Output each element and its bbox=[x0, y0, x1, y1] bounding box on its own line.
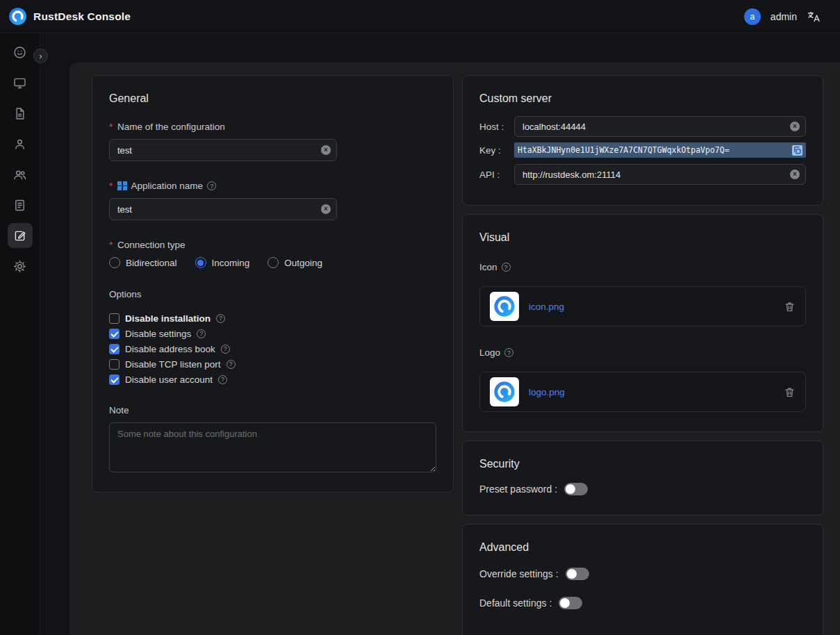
sidebar-item-devices[interactable] bbox=[8, 70, 33, 95]
help-icon[interactable]: ? bbox=[197, 329, 206, 338]
help-icon[interactable]: ? bbox=[218, 375, 227, 384]
sidebar-item-logs[interactable] bbox=[8, 192, 33, 217]
note-textarea[interactable] bbox=[109, 422, 436, 472]
sidebar bbox=[0, 33, 40, 635]
logbook-icon bbox=[13, 198, 27, 213]
sidebar-item-users[interactable] bbox=[8, 131, 33, 156]
logo-file-box: logo.png bbox=[479, 372, 806, 412]
sidebar-item-groups[interactable] bbox=[8, 162, 33, 187]
override-settings-toggle[interactable] bbox=[566, 568, 589, 580]
monitor-icon bbox=[13, 76, 27, 90]
users-group-icon bbox=[13, 167, 27, 182]
options-list: Disable installation ? Disable settings … bbox=[109, 311, 436, 387]
key-label: Key : bbox=[479, 145, 514, 156]
help-icon[interactable]: ? bbox=[221, 345, 230, 354]
user-name[interactable]: admin bbox=[771, 11, 797, 22]
checkbox[interactable] bbox=[109, 344, 120, 354]
user-icon bbox=[13, 137, 27, 151]
radio-dot bbox=[109, 257, 120, 268]
help-icon[interactable]: ? bbox=[504, 348, 513, 357]
general-title: General bbox=[109, 92, 436, 105]
security-card: Security Preset password : bbox=[462, 440, 823, 516]
app-header: RustDesk Console a admin bbox=[0, 0, 840, 33]
logo-thumbnail bbox=[490, 377, 519, 406]
visual-title: Visual bbox=[479, 231, 806, 244]
icon-file-link[interactable]: icon.png bbox=[529, 302, 774, 312]
trash-icon[interactable] bbox=[784, 386, 796, 398]
host-input[interactable] bbox=[514, 116, 806, 137]
option-disable-tcp-listen-port: Disable TCP listen port ? bbox=[109, 356, 436, 372]
radio-outgoing[interactable]: Outgoing bbox=[267, 257, 322, 268]
default-settings-row: Default settings : bbox=[479, 597, 806, 609]
logo-label: Logo ? bbox=[479, 347, 806, 358]
radio-dot bbox=[267, 257, 279, 268]
default-settings-toggle[interactable] bbox=[559, 597, 582, 609]
host-row: Host : × bbox=[479, 116, 806, 137]
api-input[interactable] bbox=[514, 164, 806, 185]
options-label: Options bbox=[109, 289, 436, 299]
sidebar-expand-button[interactable]: › bbox=[33, 49, 48, 63]
sidebar-item-settings[interactable] bbox=[8, 254, 33, 279]
copy-icon[interactable] bbox=[792, 145, 802, 156]
translate-icon[interactable] bbox=[807, 10, 821, 24]
clear-icon[interactable]: × bbox=[321, 145, 331, 155]
connection-type-label: * Connection type bbox=[109, 240, 436, 250]
help-icon[interactable]: ? bbox=[502, 263, 511, 272]
checkbox[interactable] bbox=[109, 313, 120, 324]
key-row: Key : HtaXBkJNHyn0e1U1jWXze7A7CN7QTGWqxk… bbox=[479, 142, 806, 158]
help-icon[interactable]: ? bbox=[227, 360, 236, 369]
status-smiley-icon bbox=[13, 45, 27, 60]
application-name-input[interactable] bbox=[109, 198, 337, 220]
sidebar-item-status[interactable] bbox=[8, 40, 33, 65]
api-label: API : bbox=[479, 170, 514, 180]
option-disable-settings: Disable settings ? bbox=[109, 326, 436, 341]
host-label: Host : bbox=[479, 122, 514, 132]
server-key-value[interactable]: HtaXBkJNHyn0e1U1jWXze7A7CN7QTGWqxkOtpaVp… bbox=[514, 142, 806, 158]
icon-label: Icon ? bbox=[479, 262, 806, 272]
rustdesk-logo-icon bbox=[8, 7, 27, 26]
document-icon bbox=[13, 106, 27, 121]
api-row: API : × bbox=[479, 164, 806, 185]
required-asterisk: * bbox=[109, 181, 113, 191]
checkbox[interactable] bbox=[109, 374, 120, 385]
radio-incoming[interactable]: Incoming bbox=[195, 257, 250, 268]
toggle-knob bbox=[567, 569, 577, 579]
visual-card: Visual Icon ? icon.png bbox=[462, 214, 823, 432]
logo-file-link[interactable]: logo.png bbox=[529, 387, 774, 397]
radio-dot bbox=[195, 257, 206, 268]
checkbox[interactable] bbox=[109, 359, 120, 370]
config-name-input[interactable] bbox=[109, 139, 337, 161]
gear-icon bbox=[13, 259, 27, 274]
help-icon[interactable]: ? bbox=[207, 181, 216, 190]
override-settings-label: Override settings : bbox=[479, 568, 559, 579]
advanced-title: Advanced bbox=[479, 541, 806, 554]
note-label: Note bbox=[109, 405, 436, 415]
windows-icon bbox=[117, 181, 127, 191]
option-disable-address-book: Disable address book ? bbox=[109, 341, 436, 356]
required-asterisk: * bbox=[109, 240, 113, 250]
preset-password-toggle[interactable] bbox=[564, 483, 588, 495]
brand: RustDesk Console bbox=[8, 7, 131, 26]
name-field-label: * Name of the configuration bbox=[109, 122, 436, 132]
avatar[interactable]: a bbox=[744, 8, 761, 25]
rustdesk-logo-icon bbox=[493, 381, 516, 403]
header-right: a admin bbox=[744, 8, 821, 25]
custom-server-card: Custom server Host : × Key : HtaXBkJNHyn… bbox=[462, 75, 823, 206]
icon-file-box: icon.png bbox=[479, 286, 806, 327]
clear-icon[interactable]: × bbox=[790, 122, 800, 131]
sidebar-item-configurations[interactable] bbox=[8, 223, 33, 248]
clear-icon[interactable]: × bbox=[321, 204, 331, 214]
help-icon[interactable]: ? bbox=[216, 314, 225, 323]
preset-password-label: Preset password : bbox=[479, 484, 557, 495]
preset-password-row: Preset password : bbox=[479, 483, 806, 495]
override-settings-row: Override settings : bbox=[479, 568, 806, 580]
app-name-field-label: * Application name ? bbox=[109, 181, 436, 191]
chevron-right-icon: › bbox=[39, 51, 42, 60]
sidebar-item-documents[interactable] bbox=[8, 101, 33, 126]
checkbox[interactable] bbox=[109, 329, 120, 339]
trash-icon[interactable] bbox=[784, 301, 796, 313]
clear-icon[interactable]: × bbox=[790, 170, 800, 179]
advanced-card: Advanced Override settings : Default set… bbox=[462, 524, 823, 635]
default-settings-label: Default settings : bbox=[479, 597, 552, 609]
radio-bidirectional[interactable]: Bidirectional bbox=[109, 257, 177, 268]
